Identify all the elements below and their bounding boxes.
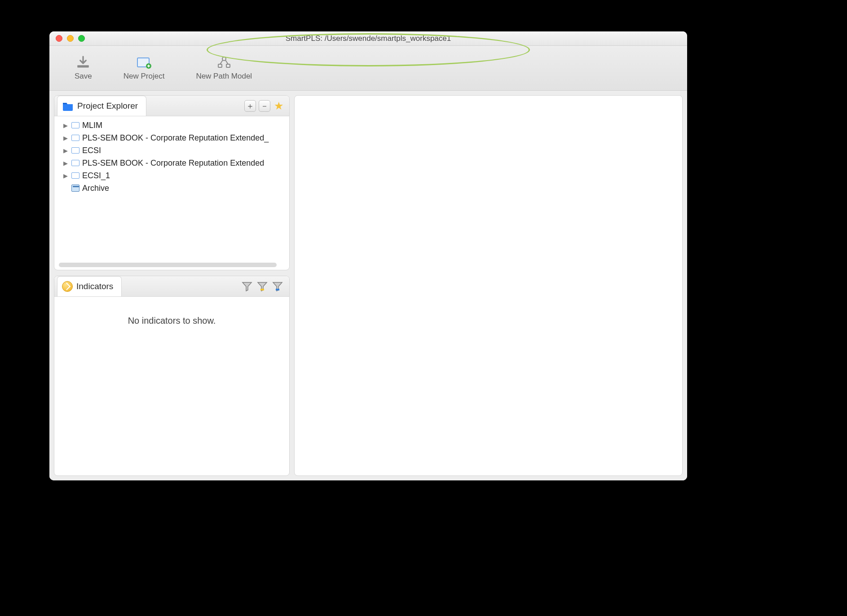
project-icon	[71, 122, 79, 128]
archive-item[interactable]: Archive	[58, 182, 287, 194]
project-label: PLS-SEM BOOK - Corporate Reputation Exte…	[82, 133, 269, 143]
editor-area	[294, 95, 683, 476]
project-icon	[71, 147, 79, 154]
new-project-button[interactable]: New Project	[124, 56, 165, 81]
project-label: ECSI_1	[82, 171, 110, 180]
project-explorer-tab[interactable]: Project Explorer	[57, 96, 146, 116]
toolbar: Save New Project New Path Model	[49, 46, 687, 91]
save-button[interactable]: Save	[75, 56, 92, 81]
project-label: PLS-SEM BOOK - Corporate Reputation Exte…	[82, 158, 264, 168]
horizontal-scrollbar[interactable]	[59, 263, 277, 267]
close-window-button[interactable]	[56, 35, 62, 42]
project-label: ECSI	[82, 146, 101, 155]
project-explorer-header: Project Explorer ＋ － ★	[54, 96, 289, 116]
expand-all-button[interactable]: ＋	[244, 100, 256, 112]
window-controls	[56, 35, 85, 42]
minimize-window-button[interactable]	[67, 35, 74, 42]
left-column: Project Explorer ＋ － ★ ▶ MLIM ▶	[49, 91, 294, 480]
zoom-window-button[interactable]	[78, 35, 85, 42]
new-project-icon	[137, 56, 152, 69]
archive-label: Archive	[82, 184, 109, 193]
expand-caret-icon: ▶	[63, 122, 69, 129]
expand-caret-icon: ▶	[63, 172, 69, 179]
filter-yellow-button[interactable]	[257, 282, 268, 291]
filter-grey-button[interactable]	[242, 282, 252, 291]
collapse-all-button[interactable]: －	[259, 100, 270, 112]
indicators-header: Indicators	[54, 276, 289, 297]
project-item[interactable]: ▶ MLIM	[58, 119, 287, 132]
window-title: SmartPLS: /Users/swende/smartpls_workspa…	[286, 34, 451, 43]
indicators-title: Indicators	[76, 282, 113, 291]
project-icon	[71, 160, 79, 166]
project-explorer-panel: Project Explorer ＋ － ★ ▶ MLIM ▶	[54, 95, 290, 270]
indicator-filter-buttons	[242, 282, 289, 291]
indicators-empty-text: No indicators to show.	[54, 297, 289, 345]
svg-rect-6	[260, 289, 264, 290]
expand-caret-icon: ▶	[63, 147, 69, 154]
svg-point-3	[222, 57, 226, 61]
project-item[interactable]: ▶ ECSI_1	[58, 169, 287, 182]
project-icon	[71, 172, 79, 179]
titlebar: SmartPLS: /Users/swende/smartpls_workspa…	[49, 31, 687, 46]
path-model-icon	[216, 56, 232, 69]
project-explorer-title: Project Explorer	[77, 101, 138, 111]
explorer-header-buttons: ＋ － ★	[244, 100, 289, 112]
expand-caret-icon: ▶	[63, 135, 69, 141]
new-project-label: New Project	[124, 72, 165, 81]
indicators-tab[interactable]: Indicators	[57, 276, 122, 296]
save-label: Save	[75, 72, 92, 81]
svg-rect-4	[218, 64, 222, 67]
save-icon	[75, 56, 91, 69]
project-label: MLIM	[82, 121, 102, 130]
project-item[interactable]: ▶ ECSI	[58, 144, 287, 157]
body-area: Project Explorer ＋ － ★ ▶ MLIM ▶	[49, 91, 687, 480]
svg-rect-5	[226, 64, 230, 67]
filter-blue-button[interactable]	[272, 282, 283, 291]
new-path-model-button[interactable]: New Path Model	[196, 56, 252, 81]
indicators-panel: Indicators No indicators to show.	[54, 276, 290, 476]
new-path-model-label: New Path Model	[196, 72, 252, 81]
archive-icon	[71, 185, 79, 192]
expand-caret-icon: ▶	[63, 160, 69, 167]
project-item[interactable]: ▶ PLS-SEM BOOK - Corporate Reputation Ex…	[58, 157, 287, 169]
project-tree: ▶ MLIM ▶ PLS-SEM BOOK - Corporate Reputa…	[54, 116, 289, 270]
indicators-icon	[62, 281, 73, 292]
folder-icon	[62, 101, 74, 111]
project-icon	[71, 135, 79, 141]
app-window: SmartPLS: /Users/swende/smartpls_workspa…	[49, 31, 687, 480]
project-item[interactable]: ▶ PLS-SEM BOOK - Corporate Reputation Ex…	[58, 132, 287, 144]
svg-rect-0	[78, 65, 89, 67]
svg-rect-7	[276, 289, 279, 290]
favorite-button[interactable]: ★	[273, 100, 285, 112]
